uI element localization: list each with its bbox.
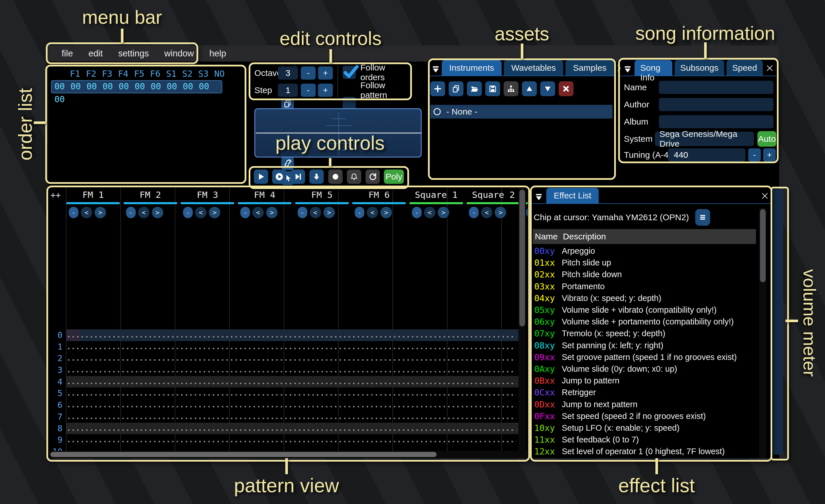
annotation-box-effect-list [530, 185, 772, 461]
annotation-pattern-view: pattern view [215, 474, 358, 497]
annotation-connector [521, 44, 523, 59]
annotation-box-order-list [45, 65, 246, 184]
annotation-connector [34, 121, 45, 124]
copy-icon [283, 99, 292, 108]
menu-item[interactable]: help [202, 49, 234, 59]
annotation-connector [704, 43, 707, 59]
annotation-box-edit-controls [249, 63, 412, 100]
annotation-box-menu-bar [46, 43, 198, 64]
annotation-edit-controls: edit controls [259, 27, 402, 49]
annotation-order-list: order list [14, 67, 36, 182]
annotation-box-pattern-view [47, 185, 530, 461]
annotation-volume-meter: volume meter [800, 249, 820, 398]
annotation-box-volume-meter [770, 187, 789, 460]
annotation-play-controls: play controls [258, 132, 401, 154]
annotation-assets: assets [465, 23, 579, 45]
annotation-connector [329, 49, 332, 63]
furnace-tracker-annotated-screenshot: { "annotations": { "menu_bar": "menu bar… [0, 0, 825, 504]
annotation-connector [329, 158, 331, 166]
annotation-box-song-info [618, 58, 778, 163]
annotation-connector [785, 320, 798, 322]
annotation-connector [121, 29, 124, 43]
annotation-menu-bar: menu bar [51, 6, 194, 28]
annotation-connector [656, 458, 658, 474]
annotation-effect-list: effect list [585, 474, 728, 497]
annotation-connector [285, 458, 288, 474]
annotation-box-assets [428, 59, 616, 180]
annotation-song-information: song information [605, 22, 806, 44]
